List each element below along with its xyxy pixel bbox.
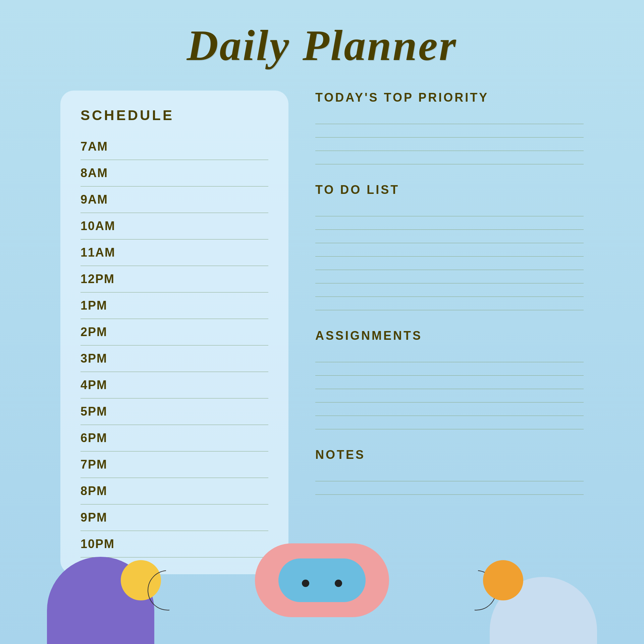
schedule-line [134, 306, 268, 306]
schedule-time: 12PM [80, 272, 134, 286]
schedule-row: 7AM [80, 133, 268, 160]
ruled-line [315, 216, 584, 230]
todo-label: TO DO LIST [315, 183, 584, 197]
page-title: Daily Planner [60, 20, 584, 70]
schedule-time: 8AM [80, 166, 134, 180]
schedule-line [134, 173, 268, 173]
schedule-label: SCHEDULE [80, 107, 268, 123]
ruled-line [315, 297, 584, 310]
assignments-lines [315, 349, 584, 429]
ruled-line [315, 257, 584, 270]
schedule-time: 5PM [80, 405, 134, 419]
schedule-line [134, 412, 268, 412]
schedule-line [134, 332, 268, 332]
orange-circle [483, 560, 523, 600]
ruled-line [315, 481, 584, 495]
ruled-line [315, 151, 584, 164]
schedule-line [134, 491, 268, 491]
schedule-time: 11AM [80, 246, 134, 260]
schedule-row: 3PM [80, 345, 268, 372]
ruled-line [315, 111, 584, 124]
schedule-line [134, 253, 268, 253]
ruled-line [315, 243, 584, 257]
todo-section: TO DO LIST [315, 183, 584, 310]
ruled-line [315, 402, 584, 416]
schedule-line [134, 147, 268, 147]
schedule-row: 9AM [80, 186, 268, 213]
schedule-line [134, 438, 268, 438]
schedule-row: 10AM [80, 213, 268, 239]
assignments-section: ASSIGNMENTS [315, 329, 584, 429]
schedule-time: 8PM [80, 484, 134, 498]
schedule-time: 9AM [80, 193, 134, 207]
schedule-time: 3PM [80, 352, 134, 366]
top-priority-label: TODAY'S TOP PRIORITY [315, 91, 584, 105]
schedule-row: 5PM [80, 398, 268, 425]
content-area: SCHEDULE 7AM8AM9AM10AM11AM12PM1PM2PM3PM4… [60, 91, 584, 574]
schedule-row: 12PM [80, 266, 268, 292]
schedule-time: 10AM [80, 219, 134, 233]
ruled-line [315, 362, 584, 376]
page: Daily Planner SCHEDULE 7AM8AM9AM10AM11AM… [0, 0, 644, 644]
schedule-line [134, 226, 268, 226]
ruled-line [315, 270, 584, 283]
assignments-label: ASSIGNMENTS [315, 329, 584, 343]
ruled-line [315, 349, 584, 362]
notes-label: NOTES [315, 448, 584, 462]
schedule-row: 8PM [80, 478, 268, 504]
eye-left [302, 580, 309, 587]
bottom-decoration [0, 517, 644, 644]
schedule-line [134, 279, 268, 279]
ruled-line [315, 138, 584, 151]
schedule-time: 4PM [80, 378, 134, 392]
schedule-row: 1PM [80, 292, 268, 319]
schedule-row: 7PM [80, 451, 268, 478]
ruled-line [315, 230, 584, 243]
schedule-row: 8AM [80, 160, 268, 186]
ruled-line [315, 468, 584, 481]
schedule-time: 1PM [80, 299, 134, 313]
notes-lines [315, 468, 584, 495]
schedule-row: 6PM [80, 425, 268, 451]
priority-lines [315, 111, 584, 164]
ruled-line [315, 203, 584, 216]
right-panel: TODAY'S TOP PRIORITY TO DO LIST ASSIGNME… [315, 91, 584, 513]
eye-right [335, 580, 342, 587]
ruled-line [315, 389, 584, 402]
schedule-rows: 7AM8AM9AM10AM11AM12PM1PM2PM3PM4PM5PM6PM7… [80, 133, 268, 557]
schedule-time: 7AM [80, 140, 134, 154]
ruled-line [315, 376, 584, 389]
schedule-line [134, 465, 268, 465]
schedule-time: 6PM [80, 431, 134, 445]
schedule-line [134, 385, 268, 385]
schedule-line [134, 359, 268, 359]
schedule-time: 7PM [80, 458, 134, 472]
schedule-line [134, 200, 268, 200]
ruled-line [315, 124, 584, 138]
schedule-row: 2PM [80, 319, 268, 345]
schedule-row: 4PM [80, 372, 268, 398]
ruled-line [315, 283, 584, 297]
schedule-box: SCHEDULE 7AM8AM9AM10AM11AM12PM1PM2PM3PM4… [60, 91, 288, 574]
ruled-line [315, 416, 584, 429]
schedule-time: 2PM [80, 325, 134, 339]
schedule-row: 11AM [80, 239, 268, 266]
notes-section: NOTES [315, 448, 584, 495]
todo-lines [315, 203, 584, 310]
blue-inner-blob [278, 558, 366, 602]
top-priority-section: TODAY'S TOP PRIORITY [315, 91, 584, 164]
